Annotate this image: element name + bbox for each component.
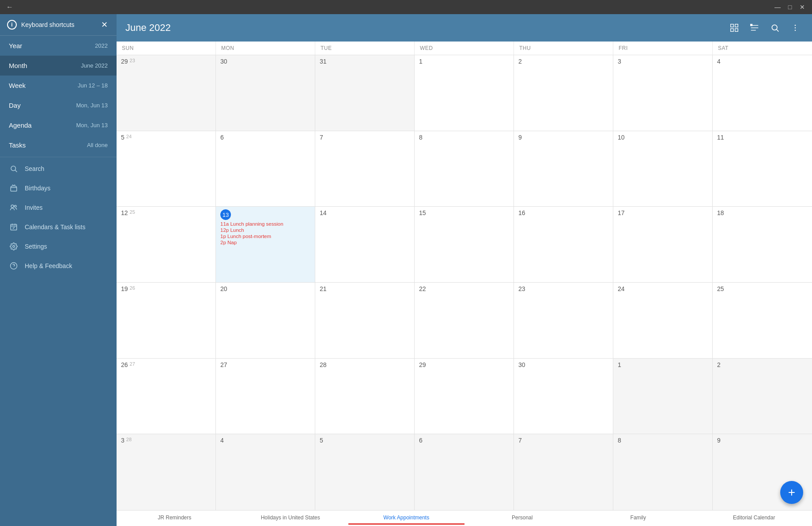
calendar-day-1-4[interactable]: 9 — [514, 131, 613, 207]
nav-item-agenda[interactable]: Agenda Mon, Jun 13 — [0, 115, 117, 135]
calendar-day-4-5[interactable]: 1 — [613, 359, 713, 434]
calendar-day-3-5[interactable]: 24 — [613, 283, 713, 358]
sidebar-title: Keyboard shortcuts — [21, 21, 94, 28]
calendar-day-1-2[interactable]: 7 — [315, 131, 415, 207]
calendar-day-3-3[interactable]: 22 — [415, 283, 514, 358]
day-number: 1225 — [121, 209, 211, 216]
day-number: 22 — [419, 285, 509, 292]
calendar-day-0-1[interactable]: 30 — [216, 55, 315, 131]
svg-rect-14 — [735, 24, 738, 27]
invites-label: Invites — [25, 204, 42, 211]
calendar-day-2-6[interactable]: 18 — [713, 207, 812, 282]
help-icon — [9, 261, 19, 271]
calendar-day-2-4[interactable]: 16 — [514, 207, 613, 282]
calendar-day-0-3[interactable]: 1 — [415, 55, 514, 131]
calendar-event[interactable]: 1p Lunch post-mortem — [220, 233, 310, 239]
day-number: 10 — [618, 134, 708, 141]
calendar-day-0-0[interactable]: 2923 — [117, 55, 216, 131]
menu-item-invites[interactable]: Invites — [0, 198, 117, 217]
day-number: 9 — [717, 437, 808, 444]
back-button[interactable]: ← — [4, 1, 16, 13]
nav-item-month[interactable]: Month June 2022 — [0, 56, 117, 76]
calendar-day-1-1[interactable]: 6 — [216, 131, 315, 207]
calendar-day-0-2[interactable]: 31 — [315, 55, 415, 131]
calendar-day-4-1[interactable]: 27 — [216, 359, 315, 434]
day-number: 30 — [518, 361, 608, 368]
sidebar: i Keyboard shortcuts ✕ Year 2022 Month J… — [0, 14, 117, 526]
calendar-day-2-1[interactable]: 1311a Lunch planning session12p Lunch1p … — [216, 207, 315, 282]
calendar-day-5-1[interactable]: 4 — [216, 434, 315, 510]
svg-point-10 — [13, 246, 15, 248]
calendar-more-button[interactable] — [787, 20, 803, 36]
calendar-day-4-3[interactable]: 29 — [415, 359, 514, 434]
svg-line-22 — [777, 30, 779, 32]
calendar-day-5-0[interactable]: 328 — [117, 434, 216, 510]
calendar-day-4-4[interactable]: 30 — [514, 359, 613, 434]
calendar-day-4-6[interactable]: 2 — [713, 359, 812, 434]
calendar-day-3-6[interactable]: 25 — [713, 283, 812, 358]
calendar-day-0-4[interactable]: 2 — [514, 55, 613, 131]
day-header-thu: THU — [514, 42, 613, 55]
calendar-day-2-3[interactable]: 15 — [415, 207, 514, 282]
calendar-day-3-4[interactable]: 23 — [514, 283, 613, 358]
calendar-day-1-5[interactable]: 10 — [613, 131, 713, 207]
calendar-day-5-3[interactable]: 6 — [415, 434, 514, 510]
maximize-button[interactable]: □ — [784, 1, 796, 13]
calendar-day-5-5[interactable]: 8 — [613, 434, 713, 510]
calendar-day-0-5[interactable]: 3 — [613, 55, 713, 131]
day-number: 7 — [518, 437, 608, 444]
day-number: 1 — [419, 58, 509, 65]
calendar-header-actions — [726, 20, 803, 36]
calendar-search-button[interactable] — [767, 20, 783, 36]
bottom-tab-1[interactable]: Holidays in United States — [233, 511, 349, 526]
nav-item-day[interactable]: Day Mon, Jun 13 — [0, 95, 117, 115]
calendar-day-4-2[interactable]: 28 — [315, 359, 415, 434]
calendar-day-5-4[interactable]: 7 — [514, 434, 613, 510]
day-number: 4 — [220, 437, 310, 444]
svg-rect-6 — [11, 224, 17, 230]
calendar-day-1-3[interactable]: 8 — [415, 131, 514, 207]
calendar-day-0-6[interactable]: 4 — [713, 55, 812, 131]
calendar-day-5-2[interactable]: 5 — [315, 434, 415, 510]
svg-point-23 — [795, 25, 796, 26]
menu-item-help[interactable]: Help & Feedback — [0, 256, 117, 276]
menu-item-calendars[interactable]: Calendars & Task lists — [0, 217, 117, 237]
bottom-tab-3[interactable]: Personal — [465, 511, 581, 526]
bottom-tab-5[interactable]: Editorial Calendar — [696, 511, 812, 526]
day-number: 1 — [618, 361, 708, 368]
day-number: 25 — [717, 285, 808, 292]
menu-item-search[interactable]: Search — [0, 159, 117, 178]
calendar-event[interactable]: 12p Lunch — [220, 227, 310, 233]
calendar-schedule-button[interactable] — [747, 20, 763, 36]
calendar-week-2: 12251311a Lunch planning session12p Lunc… — [117, 207, 812, 283]
close-button[interactable]: ✕ — [796, 1, 808, 13]
calendar-view-month-button[interactable] — [726, 20, 742, 36]
sidebar-close-button[interactable]: ✕ — [99, 19, 110, 30]
calendar-day-2-2[interactable]: 14 — [315, 207, 415, 282]
calendar-day-4-0[interactable]: 2627 — [117, 359, 216, 434]
minimize-button[interactable]: — — [771, 1, 784, 13]
svg-rect-15 — [731, 29, 733, 31]
app-container: i Keyboard shortcuts ✕ Year 2022 Month J… — [0, 14, 812, 526]
calendar-day-3-2[interactable]: 21 — [315, 283, 415, 358]
bottom-tab-0[interactable]: JR Reminders — [117, 511, 233, 526]
bottom-tab-2[interactable]: Work Appointments — [348, 511, 465, 526]
add-event-button[interactable]: + — [780, 481, 803, 504]
bottom-tab-4[interactable]: Family — [580, 511, 696, 526]
calendar-day-1-0[interactable]: 524 — [117, 131, 216, 207]
calendar-day-2-5[interactable]: 17 — [613, 207, 713, 282]
calendar-day-2-0[interactable]: 1225 — [117, 207, 216, 282]
calendar-event[interactable]: 11a Lunch planning session — [220, 221, 310, 227]
nav-item-year[interactable]: Year 2022 — [0, 36, 117, 56]
calendar-event[interactable]: 2p Nap — [220, 239, 310, 246]
calendar-day-3-1[interactable]: 20 — [216, 283, 315, 358]
nav-item-tasks[interactable]: Tasks All done — [0, 135, 117, 155]
menu-item-settings[interactable]: Settings — [0, 237, 117, 256]
nav-item-week[interactable]: Week Jun 12 – 18 — [0, 76, 117, 95]
day-number: 15 — [419, 209, 509, 216]
calendar-day-3-0[interactable]: 1926 — [117, 283, 216, 358]
day-number: 27 — [220, 361, 310, 368]
day-number: 14 — [320, 209, 410, 216]
menu-item-birthdays[interactable]: Birthdays — [0, 178, 117, 198]
calendar-day-1-6[interactable]: 11 — [713, 131, 812, 207]
